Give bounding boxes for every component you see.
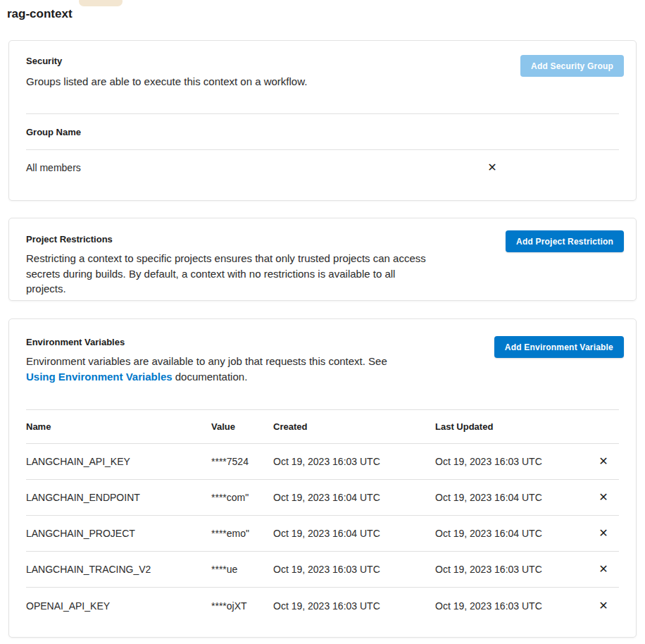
- env-var-row: OPENAI_API_KEY ****ojXT Oct 19, 2023 16:…: [26, 588, 619, 624]
- env-var-row: LANGCHAIN_TRACING_V2 ****ue Oct 19, 2023…: [26, 552, 619, 588]
- env-var-created: Oct 19, 2023 16:03 UTC: [273, 600, 435, 612]
- env-var-name: LANGCHAIN_ENDPOINT: [26, 492, 211, 503]
- env-var-value: ****com": [211, 492, 273, 503]
- env-var-name: OPENAI_API_KEY: [26, 600, 211, 612]
- close-icon: ✕: [599, 455, 608, 467]
- env-var-value: ****emo": [211, 528, 273, 539]
- environment-variables-table: Name Value Created Last Updated LANGCHAI…: [26, 410, 619, 624]
- remove-variable-button[interactable]: ✕: [599, 600, 608, 612]
- remove-variable-button[interactable]: ✕: [599, 528, 608, 539]
- security-group-row: All members ✕: [26, 162, 619, 174]
- close-icon: ✕: [599, 563, 608, 575]
- env-var-name: LANGCHAIN_API_KEY: [26, 456, 211, 467]
- remove-group-button[interactable]: ✕: [484, 162, 500, 173]
- using-environment-variables-link[interactable]: Using Environment Variables: [26, 371, 173, 383]
- remove-variable-button[interactable]: ✕: [599, 492, 608, 503]
- env-var-row: LANGCHAIN_ENDPOINT ****com" Oct 19, 2023…: [26, 480, 619, 516]
- env-var-created: Oct 19, 2023 16:04 UTC: [273, 492, 435, 503]
- env-var-name: LANGCHAIN_PROJECT: [26, 528, 211, 539]
- env-var-row: LANGCHAIN_API_KEY ****7524 Oct 19, 2023 …: [26, 444, 619, 480]
- column-header-last-updated: Last Updated: [435, 421, 588, 432]
- group-name: All members: [26, 162, 81, 173]
- env-var-value: ****7524: [211, 456, 273, 467]
- env-var-last-updated: Oct 19, 2023 16:04 UTC: [435, 528, 588, 539]
- add-project-restriction-button[interactable]: Add Project Restriction: [506, 230, 624, 252]
- env-var-name: LANGCHAIN_TRACING_V2: [26, 564, 211, 575]
- env-var-last-updated: Oct 19, 2023 16:03 UTC: [435, 600, 588, 612]
- close-icon: ✕: [599, 527, 608, 539]
- group-name-column-header: Group Name: [26, 127, 619, 137]
- close-icon: ✕: [487, 161, 496, 173]
- column-header-value: Value: [211, 421, 273, 432]
- description-text: Environment variables are available to a…: [26, 355, 387, 367]
- page-title: rag-context: [7, 7, 645, 21]
- add-security-group-button[interactable]: Add Security Group: [520, 55, 624, 77]
- column-header-created: Created: [273, 421, 435, 432]
- close-icon: ✕: [599, 600, 608, 612]
- divider: [26, 113, 619, 114]
- project-restrictions-description: Restricting a context to specific projec…: [26, 251, 433, 297]
- env-var-created: Oct 19, 2023 16:03 UTC: [273, 564, 435, 575]
- screenshot-artifact: [79, 0, 123, 6]
- divider: [26, 149, 619, 150]
- security-card: Add Security Group Security Groups liste…: [8, 40, 637, 201]
- table-header-row: Name Value Created Last Updated: [26, 410, 619, 444]
- env-var-last-updated: Oct 19, 2023 16:03 UTC: [435, 456, 588, 467]
- remove-variable-button[interactable]: ✕: [599, 456, 608, 467]
- environment-variables-description: Environment variables are available to a…: [26, 354, 412, 384]
- description-text: documentation.: [173, 371, 248, 383]
- env-var-row: LANGCHAIN_PROJECT ****emo" Oct 19, 2023 …: [26, 516, 619, 552]
- env-var-last-updated: Oct 19, 2023 16:03 UTC: [435, 564, 588, 575]
- env-var-value: ****ue: [211, 564, 273, 575]
- add-environment-variable-button[interactable]: Add Environment Variable: [494, 336, 624, 358]
- env-var-created: Oct 19, 2023 16:03 UTC: [273, 456, 435, 467]
- env-var-created: Oct 19, 2023 16:04 UTC: [273, 528, 435, 539]
- close-icon: ✕: [599, 491, 608, 503]
- project-restrictions-card: Add Project Restriction Project Restrict…: [8, 218, 637, 301]
- remove-variable-button[interactable]: ✕: [599, 564, 608, 575]
- column-header-name: Name: [26, 421, 211, 432]
- env-var-value: ****ojXT: [211, 600, 273, 612]
- environment-variables-card: Add Environment Variable Environment Var…: [8, 318, 637, 638]
- env-var-last-updated: Oct 19, 2023 16:04 UTC: [435, 492, 588, 503]
